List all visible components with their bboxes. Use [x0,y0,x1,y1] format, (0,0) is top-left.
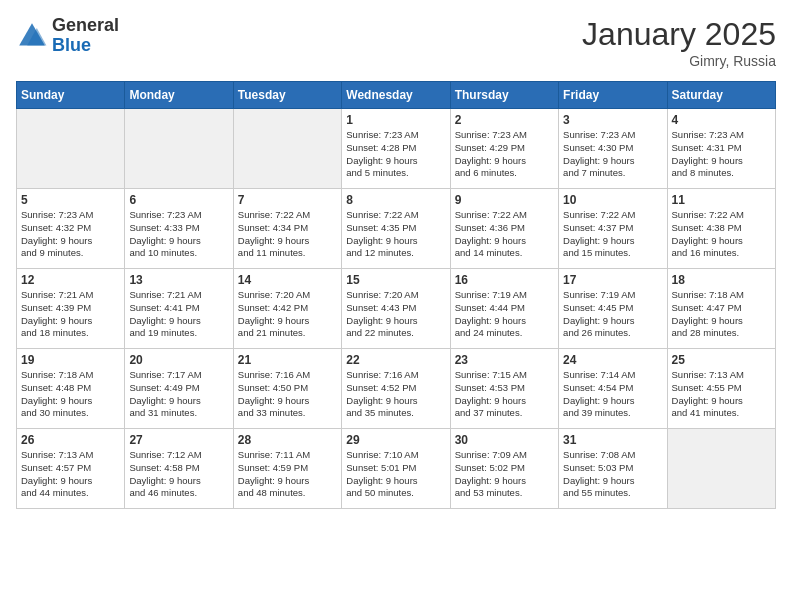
calendar-cell: 28Sunrise: 7:11 AM Sunset: 4:59 PM Dayli… [233,429,341,509]
day-info: Sunrise: 7:13 AM Sunset: 4:55 PM Dayligh… [672,369,771,420]
calendar-cell: 8Sunrise: 7:22 AM Sunset: 4:35 PM Daylig… [342,189,450,269]
day-info: Sunrise: 7:18 AM Sunset: 4:47 PM Dayligh… [672,289,771,340]
day-info: Sunrise: 7:22 AM Sunset: 4:38 PM Dayligh… [672,209,771,260]
logo-blue-text: Blue [52,36,119,56]
day-number: 12 [21,273,120,287]
calendar-cell: 20Sunrise: 7:17 AM Sunset: 4:49 PM Dayli… [125,349,233,429]
calendar-cell: 7Sunrise: 7:22 AM Sunset: 4:34 PM Daylig… [233,189,341,269]
calendar-cell: 24Sunrise: 7:14 AM Sunset: 4:54 PM Dayli… [559,349,667,429]
day-number: 2 [455,113,554,127]
calendar-cell: 6Sunrise: 7:23 AM Sunset: 4:33 PM Daylig… [125,189,233,269]
day-number: 17 [563,273,662,287]
day-number: 29 [346,433,445,447]
day-info: Sunrise: 7:17 AM Sunset: 4:49 PM Dayligh… [129,369,228,420]
calendar-cell: 21Sunrise: 7:16 AM Sunset: 4:50 PM Dayli… [233,349,341,429]
logo-general-text: General [52,16,119,36]
day-number: 18 [672,273,771,287]
day-info: Sunrise: 7:21 AM Sunset: 4:39 PM Dayligh… [21,289,120,340]
day-info: Sunrise: 7:08 AM Sunset: 5:03 PM Dayligh… [563,449,662,500]
day-info: Sunrise: 7:20 AM Sunset: 4:42 PM Dayligh… [238,289,337,340]
day-number: 5 [21,193,120,207]
calendar-cell: 30Sunrise: 7:09 AM Sunset: 5:02 PM Dayli… [450,429,558,509]
day-number: 27 [129,433,228,447]
calendar-cell: 2Sunrise: 7:23 AM Sunset: 4:29 PM Daylig… [450,109,558,189]
logo-text: General Blue [52,16,119,56]
calendar-week-row: 1Sunrise: 7:23 AM Sunset: 4:28 PM Daylig… [17,109,776,189]
calendar-week-row: 5Sunrise: 7:23 AM Sunset: 4:32 PM Daylig… [17,189,776,269]
day-info: Sunrise: 7:22 AM Sunset: 4:34 PM Dayligh… [238,209,337,260]
day-number: 3 [563,113,662,127]
calendar-col-header: Tuesday [233,82,341,109]
calendar-cell: 1Sunrise: 7:23 AM Sunset: 4:28 PM Daylig… [342,109,450,189]
calendar-cell: 17Sunrise: 7:19 AM Sunset: 4:45 PM Dayli… [559,269,667,349]
calendar-cell: 13Sunrise: 7:21 AM Sunset: 4:41 PM Dayli… [125,269,233,349]
day-number: 23 [455,353,554,367]
page-header: General Blue January 2025 Gimry, Russia [16,16,776,69]
calendar-cell: 14Sunrise: 7:20 AM Sunset: 4:42 PM Dayli… [233,269,341,349]
day-info: Sunrise: 7:22 AM Sunset: 4:35 PM Dayligh… [346,209,445,260]
location-text: Gimry, Russia [582,53,776,69]
day-number: 22 [346,353,445,367]
day-info: Sunrise: 7:16 AM Sunset: 4:50 PM Dayligh… [238,369,337,420]
day-info: Sunrise: 7:11 AM Sunset: 4:59 PM Dayligh… [238,449,337,500]
calendar-cell: 18Sunrise: 7:18 AM Sunset: 4:47 PM Dayli… [667,269,775,349]
day-number: 16 [455,273,554,287]
calendar-cell: 26Sunrise: 7:13 AM Sunset: 4:57 PM Dayli… [17,429,125,509]
calendar-cell: 11Sunrise: 7:22 AM Sunset: 4:38 PM Dayli… [667,189,775,269]
calendar-cell: 16Sunrise: 7:19 AM Sunset: 4:44 PM Dayli… [450,269,558,349]
day-number: 14 [238,273,337,287]
day-info: Sunrise: 7:12 AM Sunset: 4:58 PM Dayligh… [129,449,228,500]
day-info: Sunrise: 7:23 AM Sunset: 4:28 PM Dayligh… [346,129,445,180]
calendar-cell: 15Sunrise: 7:20 AM Sunset: 4:43 PM Dayli… [342,269,450,349]
calendar-col-header: Thursday [450,82,558,109]
calendar-cell: 9Sunrise: 7:22 AM Sunset: 4:36 PM Daylig… [450,189,558,269]
day-number: 25 [672,353,771,367]
calendar-cell: 3Sunrise: 7:23 AM Sunset: 4:30 PM Daylig… [559,109,667,189]
calendar-col-header: Sunday [17,82,125,109]
calendar-cell [233,109,341,189]
day-number: 21 [238,353,337,367]
day-number: 9 [455,193,554,207]
calendar-week-row: 26Sunrise: 7:13 AM Sunset: 4:57 PM Dayli… [17,429,776,509]
logo: General Blue [16,16,119,56]
day-number: 4 [672,113,771,127]
calendar-cell: 31Sunrise: 7:08 AM Sunset: 5:03 PM Dayli… [559,429,667,509]
day-info: Sunrise: 7:16 AM Sunset: 4:52 PM Dayligh… [346,369,445,420]
calendar-col-header: Wednesday [342,82,450,109]
calendar-week-row: 19Sunrise: 7:18 AM Sunset: 4:48 PM Dayli… [17,349,776,429]
month-title: January 2025 [582,16,776,53]
day-number: 13 [129,273,228,287]
day-info: Sunrise: 7:22 AM Sunset: 4:37 PM Dayligh… [563,209,662,260]
calendar-cell: 5Sunrise: 7:23 AM Sunset: 4:32 PM Daylig… [17,189,125,269]
day-info: Sunrise: 7:23 AM Sunset: 4:33 PM Dayligh… [129,209,228,260]
day-number: 30 [455,433,554,447]
day-info: Sunrise: 7:15 AM Sunset: 4:53 PM Dayligh… [455,369,554,420]
calendar-cell: 22Sunrise: 7:16 AM Sunset: 4:52 PM Dayli… [342,349,450,429]
day-number: 31 [563,433,662,447]
calendar-week-row: 12Sunrise: 7:21 AM Sunset: 4:39 PM Dayli… [17,269,776,349]
calendar-cell: 19Sunrise: 7:18 AM Sunset: 4:48 PM Dayli… [17,349,125,429]
calendar-col-header: Saturday [667,82,775,109]
title-block: January 2025 Gimry, Russia [582,16,776,69]
day-number: 26 [21,433,120,447]
calendar-header-row: SundayMondayTuesdayWednesdayThursdayFrid… [17,82,776,109]
day-info: Sunrise: 7:23 AM Sunset: 4:29 PM Dayligh… [455,129,554,180]
day-number: 10 [563,193,662,207]
logo-icon [16,20,48,52]
calendar-cell: 12Sunrise: 7:21 AM Sunset: 4:39 PM Dayli… [17,269,125,349]
calendar-col-header: Monday [125,82,233,109]
day-number: 6 [129,193,228,207]
day-info: Sunrise: 7:19 AM Sunset: 4:45 PM Dayligh… [563,289,662,340]
calendar-cell: 25Sunrise: 7:13 AM Sunset: 4:55 PM Dayli… [667,349,775,429]
day-info: Sunrise: 7:21 AM Sunset: 4:41 PM Dayligh… [129,289,228,340]
day-info: Sunrise: 7:10 AM Sunset: 5:01 PM Dayligh… [346,449,445,500]
day-info: Sunrise: 7:19 AM Sunset: 4:44 PM Dayligh… [455,289,554,340]
calendar-table: SundayMondayTuesdayWednesdayThursdayFrid… [16,81,776,509]
day-info: Sunrise: 7:13 AM Sunset: 4:57 PM Dayligh… [21,449,120,500]
day-info: Sunrise: 7:23 AM Sunset: 4:30 PM Dayligh… [563,129,662,180]
calendar-cell: 23Sunrise: 7:15 AM Sunset: 4:53 PM Dayli… [450,349,558,429]
day-info: Sunrise: 7:09 AM Sunset: 5:02 PM Dayligh… [455,449,554,500]
calendar-cell: 4Sunrise: 7:23 AM Sunset: 4:31 PM Daylig… [667,109,775,189]
day-info: Sunrise: 7:18 AM Sunset: 4:48 PM Dayligh… [21,369,120,420]
day-number: 7 [238,193,337,207]
